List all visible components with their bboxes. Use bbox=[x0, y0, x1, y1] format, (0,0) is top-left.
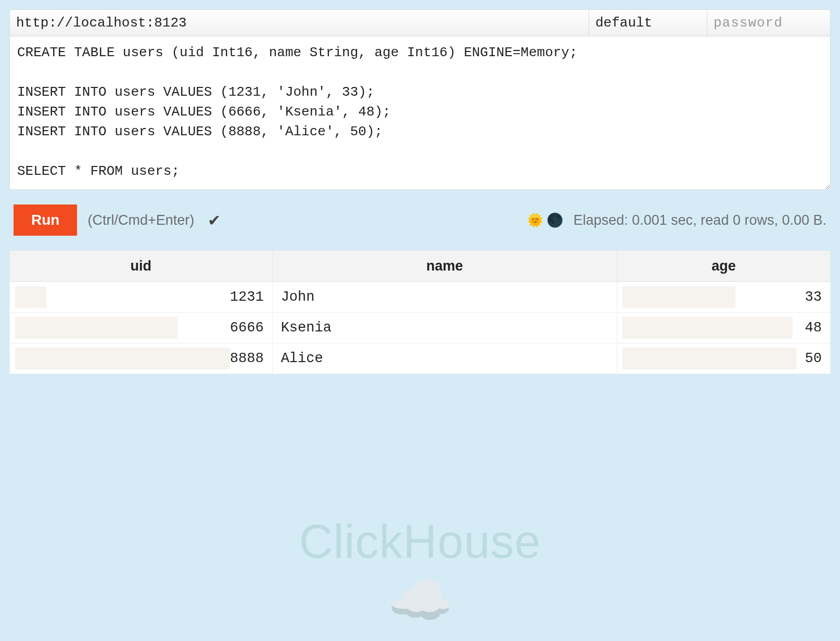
table-header-row: uid name age bbox=[10, 251, 831, 282]
table-row: 1231John33 bbox=[10, 282, 831, 313]
col-header-uid: uid bbox=[10, 251, 273, 282]
check-icon: ✔ bbox=[208, 211, 221, 229]
shortcut-hint: (Ctrl/Cmd+Enter) bbox=[87, 212, 194, 228]
cell-name: Alice bbox=[272, 343, 617, 374]
cell-uid: 6666 bbox=[10, 313, 273, 343]
table-row: 6666Ksenia48 bbox=[10, 313, 831, 343]
col-header-age: age bbox=[617, 251, 830, 282]
moon-icon[interactable]: 🌑 bbox=[546, 212, 563, 228]
cell-age: 48 bbox=[617, 313, 830, 343]
cell-name: Ksenia bbox=[272, 313, 617, 343]
table-row: 8888Alice50 bbox=[10, 343, 831, 374]
password-input[interactable] bbox=[707, 10, 830, 36]
connection-bar bbox=[9, 9, 831, 36]
query-stats: Elapsed: 0.001 sec, read 0 rows, 0.00 B. bbox=[574, 212, 826, 228]
theme-toggle: 🌞 🌑 bbox=[527, 212, 563, 228]
cell-age: 50 bbox=[617, 343, 830, 374]
col-header-name: name bbox=[272, 251, 617, 282]
cell-uid: 8888 bbox=[10, 343, 273, 374]
cell-uid: 1231 bbox=[10, 282, 273, 313]
url-input[interactable] bbox=[10, 10, 589, 36]
cloud-icon: ☁️ bbox=[388, 570, 453, 631]
sun-icon[interactable]: 🌞 bbox=[527, 212, 543, 228]
watermark: ClickHouse bbox=[299, 515, 541, 569]
user-input[interactable] bbox=[589, 10, 707, 36]
query-editor[interactable] bbox=[9, 36, 831, 190]
toolbar: Run (Ctrl/Cmd+Enter) ✔ 🌞 🌑 Elapsed: 0.00… bbox=[9, 190, 831, 250]
cell-age: 33 bbox=[617, 282, 830, 313]
cell-name: John bbox=[272, 282, 617, 313]
results-table: uid name age 1231John336666Ksenia488888A… bbox=[9, 250, 831, 374]
run-button[interactable]: Run bbox=[14, 204, 77, 236]
